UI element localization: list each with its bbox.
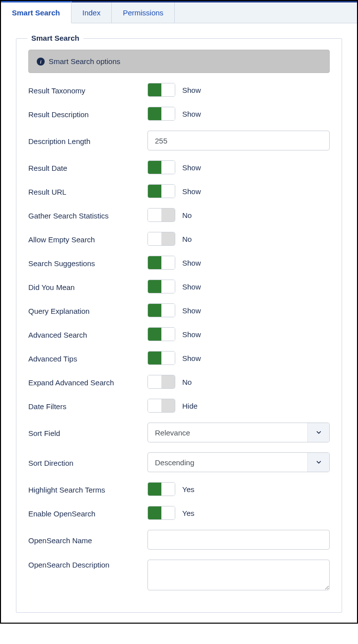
toggle-text-did-you-mean: Show <box>182 283 201 291</box>
toggle-date-filters[interactable] <box>147 399 175 413</box>
label-search-suggestions: Search Suggestions <box>28 258 147 268</box>
label-advanced-tips: Advanced Tips <box>28 354 147 363</box>
toggle-text-gather-search-statistics: No <box>182 211 192 219</box>
control-query-explanation: Show <box>147 303 330 317</box>
row-result-date: Result DateShow <box>28 160 330 174</box>
textarea-opensearch-description[interactable] <box>147 560 330 590</box>
toggle-text-result-taxonomy: Show <box>182 86 201 94</box>
label-result-description: Result Description <box>28 109 147 119</box>
toggle-text-search-suggestions: Show <box>182 259 201 267</box>
control-result-description: Show <box>147 107 330 121</box>
row-allow-empty-search: Allow Empty SearchNo <box>28 232 330 246</box>
select-sort-field[interactable]: Relevance <box>147 423 330 442</box>
control-result-url: Show <box>147 184 330 198</box>
label-opensearch-name: OpenSearch Name <box>28 535 147 545</box>
label-sort-direction: Sort Direction <box>28 458 147 467</box>
toggle-did-you-mean[interactable] <box>147 280 175 293</box>
row-advanced-tips: Advanced TipsShow <box>28 351 330 365</box>
toggle-enable-opensearch[interactable] <box>147 506 175 520</box>
toggle-text-expand-advanced-search: No <box>182 378 192 386</box>
toggle-text-advanced-tips: Show <box>182 354 201 362</box>
label-enable-opensearch: Enable OpenSearch <box>28 508 147 518</box>
tab-index[interactable]: Index <box>72 2 112 23</box>
tab-permissions[interactable]: Permissions <box>112 2 175 23</box>
tab-content: Smart Search i Smart Search options Resu… <box>1 23 357 623</box>
row-highlight-search-terms: Highlight Search TermsYes <box>28 482 330 496</box>
row-opensearch-name: OpenSearch Name <box>28 530 330 550</box>
toggle-text-result-description: Show <box>182 110 201 118</box>
select-text-sort-direction: Descending <box>148 458 201 467</box>
control-gather-search-statistics: No <box>147 208 330 222</box>
row-query-explanation: Query ExplanationShow <box>28 303 330 317</box>
toggle-allow-empty-search[interactable] <box>147 232 175 246</box>
control-allow-empty-search: No <box>147 232 330 246</box>
label-advanced-search: Advanced Search <box>28 330 147 339</box>
control-opensearch-description <box>147 560 330 590</box>
chevron-down-icon <box>307 453 329 472</box>
fieldset-smart-search: Smart Search i Smart Search options Resu… <box>16 38 342 613</box>
control-advanced-tips: Show <box>147 351 330 365</box>
row-sort-field: Sort FieldRelevance <box>28 423 330 442</box>
label-query-explanation: Query Explanation <box>28 306 147 315</box>
toggle-expand-advanced-search[interactable] <box>147 375 175 389</box>
toggle-text-enable-opensearch: Yes <box>182 509 194 517</box>
toggle-result-date[interactable] <box>147 160 175 174</box>
row-advanced-search: Advanced SearchShow <box>28 327 330 341</box>
info-banner-text: Smart Search options <box>49 57 120 66</box>
label-result-url: Result URL <box>28 187 147 196</box>
toggle-result-url[interactable] <box>147 184 175 198</box>
tab-smart-search[interactable]: Smart Search <box>1 1 72 23</box>
control-sort-field: Relevance <box>147 423 330 442</box>
control-result-taxonomy: Show <box>147 83 330 97</box>
row-expand-advanced-search: Expand Advanced SearchNo <box>28 375 330 389</box>
toggle-advanced-search[interactable] <box>147 327 175 341</box>
input-opensearch-name[interactable] <box>147 530 330 550</box>
toggle-result-description[interactable] <box>147 107 175 121</box>
label-allow-empty-search: Allow Empty Search <box>28 234 147 244</box>
toggle-text-allow-empty-search: No <box>182 235 192 243</box>
info-banner: i Smart Search options <box>28 50 330 73</box>
row-did-you-mean: Did You MeanShow <box>28 280 330 293</box>
toggle-text-date-filters: Hide <box>182 402 198 410</box>
toggle-highlight-search-terms[interactable] <box>147 482 175 496</box>
control-result-date: Show <box>147 160 330 174</box>
label-result-taxonomy: Result Taxonomy <box>28 85 147 95</box>
row-description-length: Description Length <box>28 131 330 150</box>
toggle-text-highlight-search-terms: Yes <box>182 485 194 494</box>
control-sort-direction: Descending <box>147 452 330 472</box>
control-expand-advanced-search: No <box>147 375 330 389</box>
tabs-bar: Smart Search Index Permissions <box>1 1 357 23</box>
row-enable-opensearch: Enable OpenSearchYes <box>28 506 330 520</box>
toggle-text-query-explanation: Show <box>182 306 201 315</box>
toggle-query-explanation[interactable] <box>147 303 175 317</box>
row-opensearch-description: OpenSearch Description <box>28 560 330 590</box>
toggle-result-taxonomy[interactable] <box>147 83 175 97</box>
label-expand-advanced-search: Expand Advanced Search <box>28 377 147 387</box>
row-date-filters: Date FiltersHide <box>28 399 330 413</box>
label-opensearch-description: OpenSearch Description <box>28 560 147 569</box>
control-highlight-search-terms: Yes <box>147 482 330 496</box>
select-sort-direction[interactable]: Descending <box>147 452 330 472</box>
row-result-description: Result DescriptionShow <box>28 107 330 121</box>
row-result-url: Result URLShow <box>28 184 330 198</box>
control-opensearch-name <box>147 530 330 550</box>
row-gather-search-statistics: Gather Search StatisticsNo <box>28 208 330 222</box>
control-date-filters: Hide <box>147 399 330 413</box>
toggle-text-result-date: Show <box>182 163 201 172</box>
fieldset-legend: Smart Search <box>27 34 83 42</box>
label-highlight-search-terms: Highlight Search Terms <box>28 485 147 494</box>
label-description-length: Description Length <box>28 136 147 145</box>
toggle-text-result-url: Show <box>182 187 201 196</box>
row-result-taxonomy: Result TaxonomyShow <box>28 83 330 97</box>
label-gather-search-statistics: Gather Search Statistics <box>28 211 147 220</box>
toggle-search-suggestions[interactable] <box>147 256 175 270</box>
toggle-text-advanced-search: Show <box>182 330 201 339</box>
select-text-sort-field: Relevance <box>148 429 197 437</box>
label-date-filters: Date Filters <box>28 401 147 411</box>
control-advanced-search: Show <box>147 327 330 341</box>
control-search-suggestions: Show <box>147 256 330 270</box>
toggle-advanced-tips[interactable] <box>147 351 175 365</box>
input-description-length[interactable] <box>147 131 330 150</box>
toggle-gather-search-statistics[interactable] <box>147 208 175 222</box>
label-result-date: Result Date <box>28 163 147 172</box>
